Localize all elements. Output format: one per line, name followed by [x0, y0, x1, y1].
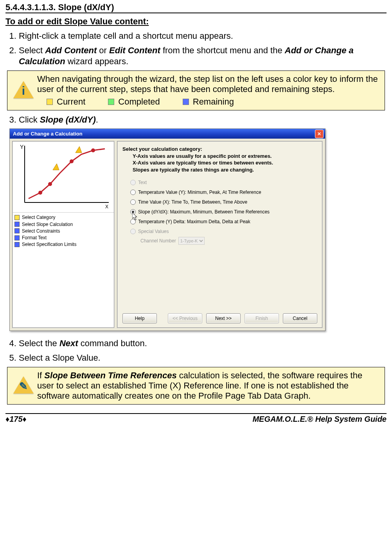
- steps-list-cont-2: Select the Next command button. Select a…: [19, 338, 387, 363]
- prompt-line: Select your calculation category:: [122, 146, 202, 152]
- step-state-remaining-icon: [14, 235, 20, 240]
- radio-group: Text Temperature Value (Y): Minimum, Pea…: [130, 180, 317, 245]
- step-state-remaining-icon: [14, 228, 20, 233]
- radio-delta[interactable]: Temperature (Y) Delta: Maximum Delta, De…: [130, 219, 317, 224]
- step-label: Select Specification Limits: [22, 241, 76, 247]
- step-text: .: [96, 115, 98, 125]
- cancel-button[interactable]: Cancel: [283, 313, 317, 323]
- channel-select: 1-Type-K: [178, 237, 205, 245]
- wizard-step[interactable]: Select Slope Calculation: [14, 221, 112, 228]
- radio-icon: [130, 190, 136, 195]
- step-label: Format Text: [22, 235, 47, 241]
- radio-text: Text: [130, 180, 317, 185]
- step-bold: Add Content: [45, 45, 97, 55]
- callout-text: When navigating through the wizard, the …: [37, 74, 381, 107]
- button-label: Help: [135, 316, 145, 321]
- information-icon: i: [13, 84, 34, 98]
- legend-label: Completed: [118, 97, 160, 107]
- legend-row: Current Completed Remaining: [47, 97, 381, 107]
- help-button[interactable]: Help: [122, 313, 157, 323]
- step-text: from the shortcut menu and the: [160, 45, 285, 55]
- svg-marker-9: [76, 146, 82, 153]
- prompt-line: Slopes are typically the rates things ar…: [133, 166, 317, 173]
- step-text: Select a Slope Value.: [19, 353, 101, 363]
- dialog-button-row: Help << Previous Next >> Finish Cancel: [122, 313, 317, 323]
- step-label: Select Constraints: [22, 228, 60, 234]
- step-state-remaining-icon: [14, 222, 20, 227]
- step-text: Select the: [19, 338, 59, 348]
- step-text: Click: [19, 115, 40, 125]
- step-text: Select: [19, 45, 45, 55]
- dialog-body: Y X Select Category Select Slope Calcula…: [10, 139, 325, 331]
- next-button[interactable]: Next >>: [206, 313, 241, 323]
- radio-icon: [130, 180, 136, 185]
- step-1: Right-click a template cell and a shortc…: [19, 31, 387, 42]
- channel-label: Channel Number: [140, 238, 176, 244]
- callout-paragraph: When navigating through the wizard, the …: [37, 74, 381, 94]
- cursor-icon: [132, 213, 138, 222]
- step-state-current-icon: [14, 215, 20, 220]
- dialog-titlebar[interactable]: Add or Change a Calculation ✕: [10, 129, 325, 139]
- document-page: 5.4.4.3.1.1.3. Slope (dX/dY) To add or e…: [0, 0, 392, 428]
- button-label: Next >>: [215, 316, 232, 321]
- tip-icon: ✎: [13, 376, 34, 396]
- previous-button: << Previous: [168, 313, 202, 323]
- radio-temperature-y[interactable]: Temperature Value (Y): Minimum, Peak, At…: [130, 190, 317, 195]
- step-text: Right-click a template cell and a shortc…: [19, 31, 233, 41]
- radio-time-x[interactable]: Time Value (X): Time To, Time Between, T…: [130, 199, 317, 205]
- pin-icon: ✎: [13, 380, 34, 392]
- svg-text:Y: Y: [20, 144, 24, 150]
- radio-label: Temperature (Y) Delta: Maximum Delta, De…: [138, 219, 250, 224]
- swatch-completed-icon: [108, 99, 114, 105]
- legend-current: Current: [47, 97, 85, 107]
- svg-point-4: [38, 191, 42, 195]
- wizard-left-pane: Y X Select Category Select Slope Calcula…: [12, 141, 115, 328]
- page-footer: ♦175♦ MEGAM.O.L.E.® Help System Guide: [5, 413, 387, 424]
- step-bold: Next: [59, 338, 78, 348]
- radio-label: Time Value (X): Time To, Time Between, T…: [138, 199, 247, 205]
- wizard-step[interactable]: Select Constraints: [14, 228, 112, 234]
- brand-bold: MEGA: [252, 415, 276, 423]
- wizard-step[interactable]: Select Specification Limits: [14, 241, 112, 247]
- wizard-step[interactable]: Select Category: [14, 214, 112, 220]
- wizard-step[interactable]: Format Text: [14, 235, 112, 241]
- step-state-remaining-icon: [14, 242, 20, 247]
- svg-marker-10: [132, 213, 137, 220]
- radio-icon: [130, 199, 136, 205]
- step-label: Select Slope Calculation: [22, 221, 73, 228]
- wizard-prompt: Select your calculation category: Y-Axis…: [122, 146, 317, 173]
- step-text: command button.: [78, 338, 147, 348]
- callout-note: i When navigating through the wizard, th…: [7, 70, 385, 110]
- svg-text:X: X: [105, 204, 108, 210]
- step-3: Click Slope (dX/dY).: [19, 114, 387, 126]
- step-bold: Edit Content: [109, 45, 160, 55]
- legend-remaining: Remaining: [183, 97, 234, 107]
- channel-row: Channel Number 1-Type-K: [140, 237, 317, 245]
- swatch-remaining-icon: [183, 99, 189, 105]
- svg-point-6: [70, 159, 74, 163]
- radio-slope[interactable]: Slope (dY/dX): Maximum, Minimum, Between…: [130, 209, 317, 215]
- close-button[interactable]: ✕: [315, 130, 324, 138]
- callout-icon-col: i: [10, 80, 37, 101]
- svg-point-5: [48, 182, 52, 186]
- prompt-line: Y-Axis values are usually for a specific…: [133, 153, 317, 160]
- svg-point-7: [91, 148, 95, 152]
- callout-text: If Slope Between Time References calcula…: [37, 370, 381, 401]
- finish-button: Finish: [245, 313, 279, 323]
- step-text: or: [97, 45, 109, 55]
- callout-icon-col: ✎: [10, 376, 37, 396]
- wizard-step-list: Select Category Select Slope Calculation…: [13, 213, 114, 249]
- dialog-title: Add or Change a Calculation: [11, 131, 83, 137]
- section-heading: 5.4.4.3.1.1.3. Slope (dX/dY): [5, 2, 387, 13]
- radio-label: Special Values: [138, 229, 169, 234]
- step-label: Select Category: [22, 214, 55, 220]
- steps-list-cont: Click Slope (dX/dY).: [19, 114, 387, 126]
- brand-rest: M.O.L.E.® Help System Guide: [276, 415, 387, 423]
- legend-completed: Completed: [108, 97, 160, 107]
- radio-special: Special Values: [130, 229, 317, 234]
- close-icon: ✕: [317, 131, 321, 137]
- footer-brand: MEGAM.O.L.E.® Help System Guide: [252, 415, 387, 424]
- radio-label: Slope (dY/dX): Maximum, Minimum, Between…: [138, 209, 270, 215]
- callout-text-prefix: If: [37, 370, 44, 380]
- wizard-right-pane: Select your calculation category: Y-Axis…: [117, 141, 323, 328]
